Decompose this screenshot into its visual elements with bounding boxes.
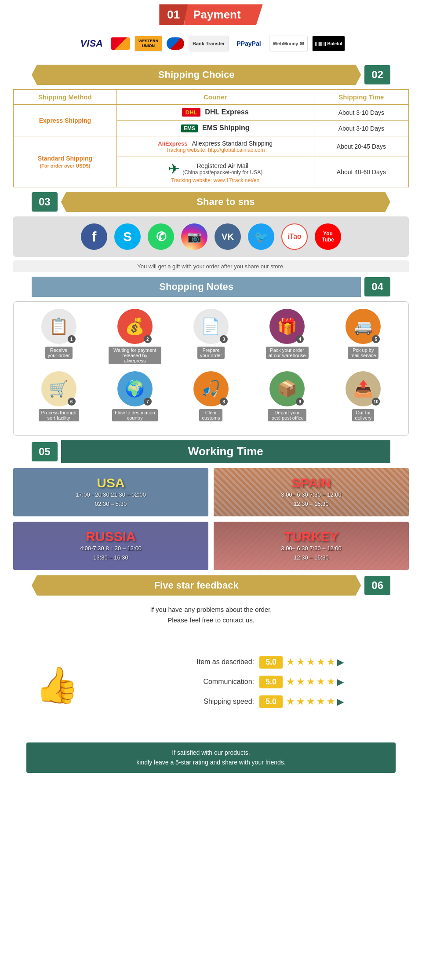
instagram-icon[interactable]: 📷	[181, 223, 207, 250]
steps-row-1: 📋 1 Receiveyour order 💰 2 Waiting for pa…	[21, 309, 401, 364]
feedback-footer-line1: If satisfied with our products,	[172, 749, 250, 756]
payment-logos: VISA WESTERNUNION Bank Transfer P PayPal…	[0, 31, 422, 56]
star: ★	[296, 696, 305, 707]
spain-content: SPAIN 3:00– 6:30 7:30 – 12:00 12:30 – 15…	[281, 475, 341, 509]
rating-label-3: Shipping speed:	[175, 698, 254, 706]
standard-method: Standard Shipping(For order over USD5)	[14, 136, 117, 187]
shipping-table: Shipping Method Courier Shipping Time Ex…	[13, 89, 409, 187]
spain-times: 3:00– 6:30 7:30 – 12:00 12:30 – 15:30	[281, 490, 341, 509]
sns-note: You will get a gift with your order afte…	[13, 260, 409, 272]
feedback-footer-line2: kindly leave a 5-star rating and share w…	[136, 759, 285, 766]
step-1-circle: 📋 1	[41, 309, 76, 344]
russia-name: RUSSIA	[80, 529, 142, 544]
rating-row-1: Item as described: 5.0 ★ ★ ★ ★ ★ ▶	[110, 656, 409, 669]
spain-name: SPAIN	[281, 475, 341, 490]
airmail-tracking: Tracking website: www.17track.net/en	[122, 177, 309, 183]
step-9-circle: 📦 9	[269, 371, 305, 406]
steps-row-2: 🛒 6 Process throughsort facility 🌍 7 Flo…	[21, 371, 401, 421]
star: ★	[296, 676, 305, 687]
turkey-content: TURKEY 3:00– 6:30 7:30 – 12:00 12:30 – 1…	[281, 529, 341, 563]
thumb-area: 👍	[13, 633, 110, 738]
youtube-icon[interactable]: YouTube	[315, 223, 341, 250]
step-1-label: Receiveyour order	[45, 347, 73, 359]
rating-row-3: Shipping speed: 5.0 ★ ★ ★ ★ ★ ▶	[110, 695, 409, 708]
sns-title: Share to sns	[61, 192, 390, 212]
airmail-icon: ✈	[168, 161, 180, 177]
express-method: Express Shipping	[14, 105, 117, 136]
step-4: 🎁 4 Pack your orderat our warehouse	[261, 309, 313, 364]
russia-content: RUSSIA 4:00-7:30 8：30 – 13:00 13:30 – 16…	[80, 529, 142, 563]
step-2: 💰 2 Waiting for paymentreleased by alixe…	[109, 309, 161, 364]
working-grid: USA 17:00 - 20:30 21:30 – 02:00 02:30 – …	[13, 468, 409, 570]
star: ★	[286, 656, 295, 668]
russia-card: RUSSIA 4:00-7:30 8：30 – 13:00 13:30 – 16…	[13, 522, 208, 570]
turkey-times: 3:00– 6:30 7:30 – 12:00 12:30 – 15:30	[281, 544, 341, 563]
feedback-note: If you have any problems about the order…	[13, 604, 409, 625]
paypal-logo: P PayPal	[233, 36, 264, 51]
feedback-main: 👍 Item as described: 5.0 ★ ★ ★ ★ ★ ▶	[13, 633, 409, 738]
skype-icon[interactable]: S	[114, 223, 141, 250]
table-row: Standard Shipping(For order over USD5) A…	[14, 136, 409, 157]
shopping-notes-section: Shopping Notes 04 📋 1 Receiveyour order …	[0, 277, 422, 436]
step-6-label: Process throughsort facility	[39, 409, 79, 421]
star: ★	[316, 676, 325, 687]
dhl-badge: DHL	[182, 108, 201, 117]
spain-card: SPAIN 3:00– 6:30 7:30 – 12:00 12:30 – 15…	[214, 468, 409, 516]
step-6: 🛒 6 Process throughsort facility	[33, 371, 85, 421]
star: ★	[327, 696, 335, 707]
step-5-label: Pck up bymail service	[348, 347, 378, 359]
star: ★	[327, 676, 335, 687]
feedback-footer: If satisfied with our products, kindly l…	[26, 742, 396, 773]
twitter-icon[interactable]: 🐦	[248, 223, 274, 250]
airmail-detail: (China post/epacket-only for USA)	[182, 169, 262, 176]
dhl-name: DHL Express	[205, 108, 248, 116]
step-8-circle: 🎣 8	[193, 371, 229, 406]
col-time: Shipping Time	[314, 90, 408, 105]
step-6-num: 6	[68, 398, 76, 406]
rating-score-3: 5.0	[259, 695, 283, 708]
step-3-num: 3	[220, 335, 228, 343]
step-7-num: 7	[144, 398, 152, 406]
step-3-label: Prepareyour order	[197, 347, 225, 359]
visa-logo: VISA	[77, 36, 106, 51]
feedback-section: Five star feedback 06 If you have any pr…	[0, 575, 422, 782]
usa-content: USA 17:00 - 20:30 21:30 – 02:00 02:30 – …	[76, 475, 146, 509]
ali-courier: AliExpress Aliexpress Standard Shipping …	[116, 136, 314, 157]
russia-times: 4:00-7:30 8：30 – 13:00 13:30 – 16:30	[80, 544, 142, 563]
feedback-num: 06	[364, 576, 390, 595]
step-8-label: Clearcustoms	[199, 409, 222, 421]
ali-tracking: Tracking website: http://global.cainiao.…	[122, 147, 309, 153]
shipping-section: Shipping Choice 02 Shipping Method Couri…	[0, 65, 422, 187]
usa-times: 17:00 - 20:30 21:30 – 02:00 02:30 – 5:30	[76, 490, 146, 509]
step-8-num: 8	[220, 398, 228, 406]
ali-time: About 20-45 Days	[314, 136, 408, 157]
maestro-logo	[167, 37, 184, 50]
feedback-header: Five star feedback 06	[32, 575, 390, 596]
step-10-circle: 📤 10	[346, 371, 381, 406]
airmail-time: About 40-60 Days	[314, 157, 408, 187]
step-6-circle: 🛒 6	[41, 371, 76, 406]
payment-section-title: Payment	[184, 4, 262, 25]
stars-3: ★ ★ ★ ★ ★	[286, 696, 335, 707]
rating-row-2: Communication: 5.0 ★ ★ ★ ★ ★ ▶	[110, 676, 409, 688]
payment-section: 01 Payment VISA WESTERNUNION Bank Transf…	[0, 0, 422, 60]
step-2-circle: 💰 2	[117, 309, 153, 344]
rating-score-2: 5.0	[259, 676, 283, 688]
star: ★	[327, 656, 335, 668]
step-3-circle: 📄 3	[193, 309, 229, 344]
step-10: 📤 10 Our fordelivery	[337, 371, 389, 421]
whatsapp-icon[interactable]: ✆	[148, 223, 174, 250]
working-time-section: 05 Working Time USA 17:00 - 20:30 21:30 …	[0, 440, 422, 570]
sns-section: 03 Share to sns f S ✆ 📷 VK 🐦 iTao YouTub…	[0, 192, 422, 272]
facebook-icon[interactable]: f	[81, 223, 107, 250]
star: ★	[296, 656, 305, 668]
step-4-label: Pack your orderat our warehouse	[266, 347, 309, 359]
step-7-label: Flow to destinationcountry	[112, 409, 158, 421]
arrow-right-1: ▶	[337, 657, 344, 667]
step-4-circle: 🎁 4	[269, 309, 305, 344]
vk-icon[interactable]: VK	[215, 223, 241, 250]
payment-header: 01 Payment	[0, 4, 422, 25]
arrow-right-3: ▶	[337, 696, 344, 707]
itao-icon[interactable]: iTao	[281, 223, 308, 250]
usa-card: USA 17:00 - 20:30 21:30 – 02:00 02:30 – …	[13, 468, 208, 516]
